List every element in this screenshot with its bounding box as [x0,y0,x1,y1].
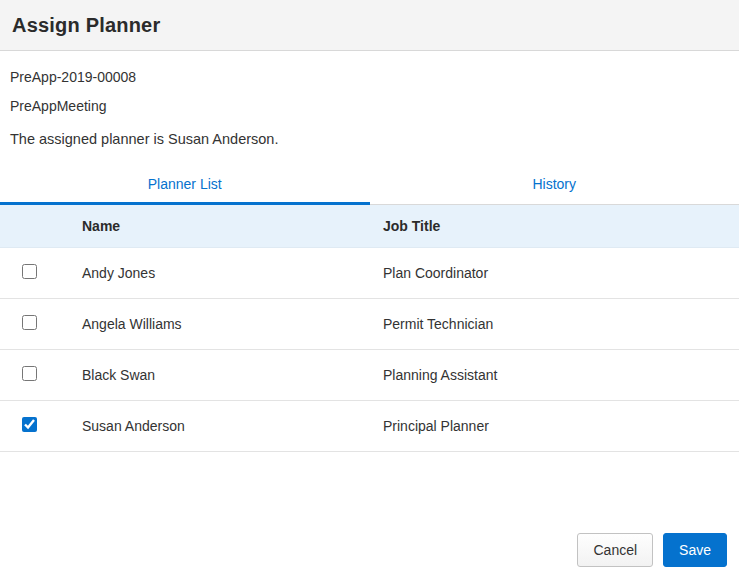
tab-planner-list[interactable]: Planner List [0,167,370,205]
tab-bar: Planner List History [0,167,739,205]
planner-name: Andy Jones [60,265,373,281]
planner-table: Name Job Title Andy Jones Plan Coordinat… [0,205,739,580]
record-id: PreApp-2019-00008 [10,69,729,85]
record-info: PreApp-2019-00008 PreAppMeeting The assi… [0,51,739,153]
planner-name: Susan Anderson [60,418,373,434]
planner-job-title: Planning Assistant [373,367,739,383]
table-row: Black Swan Planning Assistant [0,350,739,401]
assigned-planner-text: The assigned planner is Susan Anderson. [10,131,729,147]
table-row: Angela Williams Permit Technician [0,299,739,350]
table-row: Andy Jones Plan Coordinator [0,248,739,299]
cancel-button[interactable]: Cancel [577,533,653,567]
record-type: PreAppMeeting [10,98,729,114]
dialog-titlebar: Assign Planner [0,0,739,51]
row-checkbox[interactable] [22,264,37,279]
column-header-name: Name [60,218,373,234]
planner-name: Angela Williams [60,316,373,332]
planner-job-title: Principal Planner [373,418,739,434]
column-header-job-title: Job Title [373,218,739,234]
row-checkbox[interactable] [22,315,37,330]
planner-job-title: Permit Technician [373,316,739,332]
table-header-row: Name Job Title [0,205,739,248]
assign-planner-dialog: Assign Planner PreApp-2019-00008 PreAppM… [0,0,739,580]
row-checkbox[interactable] [22,366,37,381]
tab-history[interactable]: History [370,167,739,205]
save-button[interactable]: Save [663,533,727,567]
planner-job-title: Plan Coordinator [373,265,739,281]
table-row: Susan Anderson Principal Planner [0,401,739,452]
dialog-footer: Cancel Save [577,533,727,567]
planner-name: Black Swan [60,367,373,383]
row-checkbox[interactable] [22,417,37,432]
dialog-title: Assign Planner [12,14,727,37]
